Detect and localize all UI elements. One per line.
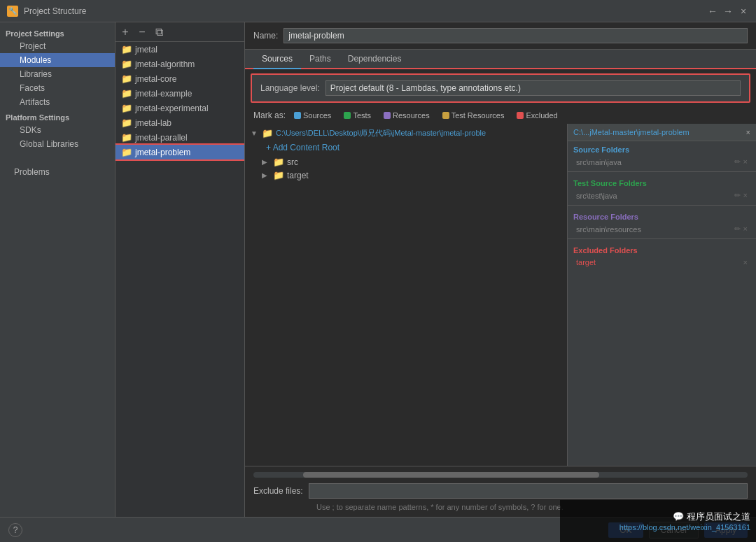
source-folder-path: src\main\java [576,158,622,166]
tab-dependencies[interactable]: Dependencies [340,50,410,69]
source-folders-title: Source Folders [573,145,750,154]
sidebar-item-global-libraries[interactable]: Global Libraries [0,137,115,151]
module-label: jmetal-parallel [135,133,188,143]
tab-paths[interactable]: Paths [301,50,340,69]
exclude-files-input[interactable] [309,483,748,499]
title-bar: 🔧 Project Structure ← → × [0,0,756,22]
resource-folder-path: src\main\resources [576,225,641,234]
edit-source-folder-btn[interactable]: ✏ [734,157,741,166]
title-bar-left: 🔧 Project Structure [7,6,86,17]
sources-label: Sources [303,111,331,120]
module-item-jmetal-parallel[interactable]: 📁 jmetal-parallel [115,130,244,145]
remove-excluded-folder-btn[interactable]: × [743,258,748,266]
help-btn[interactable]: ? [8,523,22,537]
module-item-jmetal-algorithm[interactable]: 📁 jmetal-algorithm [115,57,244,71]
tests-label: Tests [353,111,371,120]
name-label: Name: [253,31,278,41]
tree-item-src[interactable]: ▶ 📁 src [245,155,567,169]
exclude-files-label: Exclude files: [253,486,303,496]
window-title: Project Structure [24,6,86,16]
content-roots-close-btn[interactable]: × [746,128,750,136]
sidebar-item-libraries[interactable]: Libraries [0,67,115,81]
add-content-root-btn[interactable]: + Add Content Root [245,140,567,155]
edit-resource-folder-btn[interactable]: ✏ [734,224,741,234]
module-label: jmetal-experimental [135,104,209,113]
mark-excluded-btn[interactable]: Excluded [512,110,561,121]
module-item-jmetal-experimental[interactable]: 📁 jmetal-experimental [115,101,244,115]
resource-folder-actions: ✏ × [734,224,748,234]
add-module-btn[interactable]: + [118,25,132,39]
test-source-folder-actions: ✏ × [734,191,748,200]
edit-test-source-folder-btn[interactable]: ✏ [734,191,741,200]
excluded-folder-actions: × [743,258,748,266]
test-source-folder-item: src\test\java ✏ × [573,190,750,201]
nav-back-btn[interactable]: ← [707,6,718,17]
excluded-folder-item: target × [573,257,750,267]
resource-folders-section: Resource Folders src\main\resources ✏ × [568,208,756,236]
scrollbar-thumb[interactable] [303,472,600,478]
nav-forward-btn[interactable]: → [722,6,734,17]
tree-arrow: ▼ [251,129,259,137]
sidebar-item-sdks[interactable]: SDKs [0,123,115,137]
module-item-jmetal-problem[interactable]: 📁 jmetal-problem [115,145,244,159]
module-item-jmetal-lab[interactable]: 📁 jmetal-lab [115,115,244,130]
platform-settings-label: Platform Settings [0,109,115,123]
test-source-folders-section: Test Source Folders src\test\java ✏ × [568,175,756,202]
divider1 [568,171,756,172]
module-item-jmetal-core[interactable]: 📁 jmetal-core [115,71,244,86]
sidebar-item-problems[interactable]: Problems [0,165,115,179]
tree-root[interactable]: ▼ 📁 C:\Users\DELL\Desktop\师兄代码\jMetal-ma… [245,127,567,140]
excluded-label: Excluded [526,111,557,120]
mark-test-resources-btn[interactable]: Test Resources [438,110,509,121]
resource-folders-title: Resource Folders [573,213,750,221]
bottom-bar-left: ? [8,523,22,537]
scrollbar-track[interactable] [253,472,748,478]
source-folder-item: src\main\java ✏ × [573,157,750,167]
language-level-row: Language level: Project default (8 - Lam… [251,73,750,103]
sidebar-item-project[interactable]: Project [0,39,115,53]
sidebar: Project Settings Project Modules Librari… [0,22,115,517]
sidebar-item-facets[interactable]: Facets [0,81,115,95]
remove-source-folder-btn[interactable]: × [743,157,748,166]
mark-sources-btn[interactable]: Sources [290,110,335,121]
remove-module-btn[interactable]: − [135,25,149,39]
copy-module-btn[interactable]: ⧉ [152,25,166,39]
test-resources-label: Test Resources [451,111,505,120]
target-folder-icon: 📁 [273,170,284,180]
close-btn[interactable]: × [738,6,749,17]
tests-dot [344,112,351,119]
resources-label: Resources [393,111,430,120]
name-input[interactable] [284,28,748,43]
folder-icon: 📁 [121,44,132,55]
language-level-label: Language level: [260,83,320,93]
tab-sources[interactable]: Sources [253,50,301,69]
divider3 [568,238,756,239]
module-item-jmetal[interactable]: 📁 jmetal [115,42,244,57]
file-tree: ▼ 📁 C:\Users\DELL\Desktop\师兄代码\jMetal-ma… [245,124,567,466]
test-source-folder-path: src\test\java [576,192,617,200]
resources-dot [384,112,391,119]
sidebar-item-artifacts[interactable]: Artifacts [0,95,115,109]
remove-test-source-folder-btn[interactable]: × [743,191,748,200]
language-level-select[interactable]: Project default (8 - Lambdas, type annot… [326,80,741,96]
mark-tests-btn[interactable]: Tests [340,110,375,121]
source-folders-section: Source Folders src\main\java ✏ × [568,141,756,169]
content-roots-panel: C:\...jMetal-master\jmetal-problem × Sou… [567,124,756,466]
main-layout: Project Settings Project Modules Librari… [0,22,756,517]
folder-icon: 📁 [121,117,132,128]
module-item-jmetal-example[interactable]: 📁 jmetal-example [115,86,244,101]
module-label: jmetal-lab [135,118,172,128]
tree-item-target[interactable]: ▶ 📁 target [245,169,567,182]
exclude-files-row: Exclude files: [253,483,748,499]
right-panel: Name: Sources Paths Dependencies Languag… [245,22,756,517]
sidebar-item-modules[interactable]: Modules [0,53,115,67]
test-source-folders-title: Test Source Folders [573,179,750,187]
folder-icon: 📁 [121,103,132,113]
mark-resources-btn[interactable]: Resources [379,110,434,121]
watermark: 💬 程序员面试之道 https://blog.csdn.net/weixin_4… [560,500,756,542]
remove-resource-folder-btn[interactable]: × [743,224,748,234]
target-arrow: ▶ [262,171,270,179]
name-row: Name: [245,22,756,50]
folder-icon: 📁 [121,132,132,143]
src-label: src [287,157,298,167]
